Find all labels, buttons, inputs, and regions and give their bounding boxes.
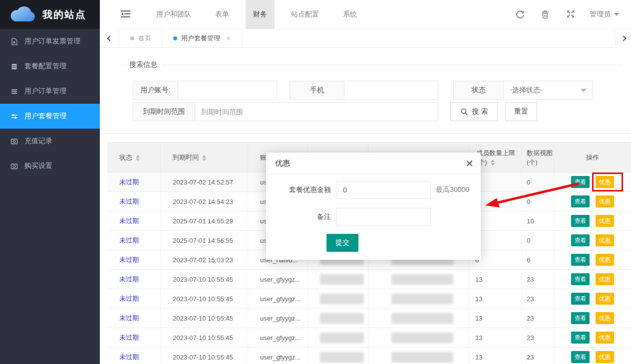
status-link[interactable]: 未过期 [107,211,161,230]
account-cell-text: user_gfyygz... [260,354,301,361]
collapse-menu-icon[interactable] [121,10,131,18]
trash-icon[interactable] [541,10,550,19]
discount-button[interactable]: 优惠 [596,312,614,324]
view-button[interactable]: 查看 [571,195,590,207]
discount-button[interactable]: 优惠 [596,273,614,285]
account-input[interactable] [178,81,277,99]
tab-0[interactable]: 首页 [120,29,162,47]
data-views-text: 0 [527,237,530,244]
status-link[interactable]: 未过期 [107,348,161,364]
status-link-text: 未过期 [119,236,139,245]
table-row: 未过期2023-07-10 10:55:45user_gfyygz...1323… [107,348,631,364]
phone-input[interactable] [344,81,438,99]
sidebar-item-2[interactable]: 用户订单管理 [0,79,100,104]
sidebar-item-3[interactable]: 用户套餐管理 [0,104,100,129]
view-button[interactable]: 查看 [571,273,590,285]
discount-button[interactable]: 优惠 [596,215,614,227]
order-list-icon [10,87,18,95]
topnav-items: 用户和团队表单财务站点配置系统 [149,0,364,29]
topnav-item-1[interactable]: 表单 [208,0,237,29]
discount-button[interactable]: 优惠 [596,234,614,246]
user-menu[interactable]: 管理员 [590,10,619,19]
view-button[interactable]: 查看 [571,293,590,305]
topnav-item-0[interactable]: 用户和团队 [149,0,199,29]
refresh-icon[interactable] [516,10,525,19]
expire-time-cell: 2023-07-10 10:55:45 [161,309,248,328]
view-button[interactable]: 查看 [571,312,590,324]
redacted-username [391,294,453,304]
sidebar-item-label: 套餐配置管理 [24,62,66,71]
tabs-scroll-left-icon[interactable] [100,29,120,48]
discount-button[interactable]: 优惠 [596,293,614,305]
sidebar-item-1[interactable]: 套餐配置管理 [0,54,100,79]
amount-input[interactable] [336,181,431,199]
search-button-label: 搜 索 [472,107,488,116]
view-button[interactable]: 查看 [571,351,590,363]
sidebar-item-label: 用户套餐管理 [24,112,66,121]
data-views-text: 23 [527,295,534,303]
topnav-item-label: 表单 [215,10,229,19]
date-range-label: 到期时间范围 [133,103,195,121]
status-link[interactable]: 未过期 [107,250,161,269]
sort-icon[interactable] [136,155,140,161]
tab-1[interactable]: 用户套餐管理× [162,29,242,47]
sidebar-item-4[interactable]: 充值记录 [0,129,100,154]
view-button[interactable]: 查看 [571,332,590,344]
expire-time-cell-text: 2025-07-01 14:56:55 [173,237,233,244]
status-select[interactable]: -选择状态- [504,81,593,99]
column-header-text: 操作 [586,153,599,162]
amount-hint: 最高30000 [436,185,469,194]
sidebar-item-label: 充值记录 [24,137,52,146]
sort-icon[interactable] [491,160,495,166]
expire-time-cell: 2023-07-10 10:55:45 [161,270,248,289]
view-button[interactable]: 查看 [571,176,590,188]
discount-button[interactable]: 优惠 [596,351,614,363]
discount-modal: 优惠 ✕ 套餐优惠金额 最高30000 备注 提交 [266,153,481,260]
sliders-icon [10,112,18,120]
search-button[interactable]: 搜 索 [450,102,498,121]
topnav-item-2[interactable]: 财务 [246,0,275,29]
username-cell [368,328,469,347]
reset-button[interactable]: 重置 [505,102,537,121]
top-header: 用户和团队表单财务站点配置系统 [100,0,631,29]
table-row: 未过期2023-07-10 10:55:45user_gfyygz...1323… [107,328,631,348]
sort-icon[interactable] [202,155,206,161]
view-button[interactable]: 查看 [571,215,590,227]
discount-button[interactable]: 优惠 [596,176,614,188]
phone-cell [308,309,368,328]
fullscreen-icon[interactable] [567,10,576,19]
topnav-item-3[interactable]: 站点配置 [284,0,326,29]
tab-close-icon[interactable]: × [226,34,231,42]
status-link-text: 未过期 [119,353,139,362]
status-link[interactable]: 未过期 [107,231,161,250]
expire-time-cell-text: 2023-07-10 10:55:45 [173,276,233,283]
view-button[interactable]: 查看 [571,234,590,246]
tabs-scroll-right-icon[interactable] [615,29,631,48]
member-limit-text: 13 [475,315,482,322]
expire-time-cell-text: 2023-07-10 10:55:45 [173,354,233,361]
reset-button-label: 重置 [514,107,528,116]
account-field-group: 用户账号: [133,81,277,100]
view-button[interactable]: 查看 [571,254,590,266]
date-range-input[interactable] [195,103,438,121]
discount-button[interactable]: 优惠 [596,195,614,207]
search-icon [460,108,468,116]
status-link[interactable]: 未过期 [107,173,161,191]
expire-time-cell-text: 2023-07-02 14:52:57 [173,179,233,186]
discount-button[interactable]: 优惠 [596,254,614,266]
remark-input[interactable] [336,208,431,226]
status-link[interactable]: 未过期 [107,192,161,211]
submit-button[interactable]: 提交 [326,234,358,252]
phone-label: 手机 [290,81,344,99]
close-icon[interactable]: ✕ [465,158,474,170]
sidebar-item-5[interactable]: 购买设置 [0,154,100,179]
status-link[interactable]: 未过期 [107,270,161,289]
status-link[interactable]: 未过期 [107,289,161,308]
topnav-item-4[interactable]: 系统 [335,0,364,29]
header-toolbar: 管理员 [499,0,631,29]
username-cell [368,289,469,308]
discount-button[interactable]: 优惠 [596,332,614,344]
status-link[interactable]: 未过期 [107,328,161,347]
sidebar-item-0[interactable]: 用户订单发票管理 [0,29,100,54]
status-link[interactable]: 未过期 [107,309,161,328]
